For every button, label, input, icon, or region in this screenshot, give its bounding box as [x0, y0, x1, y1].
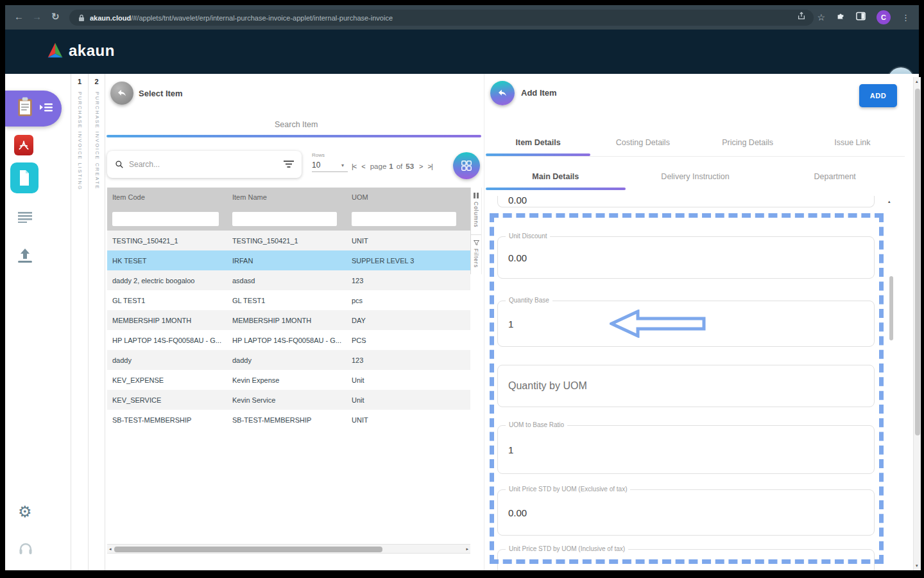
- brand-logo[interactable]: akaun: [46, 41, 115, 60]
- scroll-right-icon[interactable]: ▸: [466, 547, 468, 552]
- page-vertical-scrollbar[interactable]: ▴ ▾: [913, 77, 921, 570]
- sidebar-item-support[interactable]: [18, 541, 33, 556]
- field-uom-to-base-ratio[interactable]: UOM to Base Ratio 1: [497, 425, 875, 474]
- cell-item-name: IRFAN: [232, 257, 352, 265]
- tab[interactable]: Issue Link: [800, 132, 905, 156]
- filter-item-code-input[interactable]: [112, 212, 219, 226]
- add-button[interactable]: ADD: [859, 84, 897, 107]
- browser-back-icon[interactable]: ←: [14, 11, 24, 22]
- cell-item-code: daddy: [107, 356, 232, 364]
- scrollbar-thumb[interactable]: [114, 547, 382, 552]
- subtab[interactable]: Delivery Instruction: [626, 166, 766, 190]
- field-quantity-by-uom[interactable]: Quantity by UOM: [497, 365, 875, 407]
- table-row[interactable]: daddy daddy 123: [107, 350, 470, 370]
- table-row[interactable]: SB-TEST-MEMBERSHIP SB-TEST-MEMBERSHIP UN…: [107, 410, 470, 430]
- scrollbar-thumb[interactable]: [889, 276, 893, 340]
- filter-item-name-input[interactable]: [232, 212, 337, 226]
- field-clipped-top[interactable]: 0.00: [497, 196, 875, 207]
- field-unit-price-std-inclusive[interactable]: Unit Price STD by UOM (Inclusive of tax): [497, 549, 875, 570]
- table-header: Item Code Item Name UOM: [107, 188, 470, 207]
- browser-menu-icon[interactable]: ⋮: [902, 13, 910, 22]
- filter-uom-input[interactable]: [352, 212, 456, 226]
- upload-icon: [18, 249, 32, 263]
- table-row[interactable]: GL TEST1 GL TEST1 pcs: [107, 290, 470, 310]
- rows-per-page-select[interactable]: Rows 10 ▾: [312, 152, 348, 172]
- extensions-puzzle-icon[interactable]: [836, 12, 845, 23]
- scroll-up-icon[interactable]: ▴: [916, 79, 918, 84]
- browser-chrome: ← → ↻ akaun.cloud/#/applets/tnt/wavelet/…: [5, 5, 919, 30]
- add-item-back-button[interactable]: [490, 81, 515, 105]
- main-details-form: 0.00 Unit Discount 0.00 Quantity Base 1 …: [486, 196, 893, 570]
- page-word: page: [370, 162, 387, 170]
- select-item-back-button[interactable]: [110, 82, 133, 105]
- grid-view-button[interactable]: [453, 152, 480, 179]
- add-item-title: Add Item: [521, 88, 557, 98]
- cell-item-code: GL TEST1: [107, 297, 232, 304]
- col-item-name[interactable]: Item Name: [232, 193, 352, 201]
- sidebar-item-upload[interactable]: [18, 249, 32, 263]
- subtab[interactable]: Department: [765, 166, 905, 190]
- search-box: [107, 151, 302, 178]
- side-panel-icon[interactable]: [856, 12, 866, 23]
- col-item-code[interactable]: Item Code: [107, 193, 232, 201]
- cell-item-code: SB-TEST-MEMBERSHIP: [107, 416, 232, 424]
- table-side-tools: Columns Filters: [470, 188, 482, 274]
- tab[interactable]: Costing Details: [590, 132, 695, 156]
- sidebar-item-list[interactable]: [18, 212, 32, 223]
- browser-refresh-icon[interactable]: ↻: [51, 11, 60, 22]
- scroll-up-icon[interactable]: ▴: [888, 199, 891, 204]
- table-row[interactable]: MEMBERSHIP 1MONTH MEMBERSHIP 1MONTH DAY: [107, 310, 470, 330]
- search-input[interactable]: [129, 160, 284, 169]
- filter-lines-icon[interactable]: [284, 161, 294, 168]
- share-icon[interactable]: [797, 12, 806, 23]
- sidebar-item-active-applet[interactable]: [5, 91, 62, 127]
- workspace-tab-purchase-invoice-create[interactable]: 2 PURCHASE INVOICE CREATE: [88, 74, 105, 570]
- tab[interactable]: Pricing Details: [696, 132, 800, 156]
- panel-divider: [484, 74, 484, 570]
- sidebar-item-document[interactable]: [10, 162, 38, 193]
- bookmark-star-icon[interactable]: ☆: [817, 12, 825, 22]
- table-row[interactable]: daddy 2, electric boogaloo asdasd 123: [107, 270, 470, 290]
- sidebar-item-pdf[interactable]: [14, 135, 33, 155]
- search-icon: [115, 160, 124, 169]
- scroll-left-icon[interactable]: ◂: [109, 547, 112, 552]
- first-page-icon[interactable]: |<: [352, 162, 356, 170]
- last-page-icon[interactable]: >|: [428, 162, 432, 170]
- cell-item-code: daddy 2, electric boogaloo: [107, 277, 232, 285]
- field-unit-discount[interactable]: Unit Discount 0.00: [497, 236, 875, 279]
- tab-search-item[interactable]: Search Item: [275, 120, 318, 129]
- filters-tool-button[interactable]: Filters: [471, 235, 481, 274]
- cell-item-name: SB-TEST-MEMBERSHIP: [232, 416, 352, 424]
- headset-icon: [18, 541, 33, 556]
- workspace-tab-purchase-invoice-listing[interactable]: 1 PURCHASE INVOICE LISTING: [71, 74, 88, 570]
- browser-profile-badge[interactable]: C: [877, 10, 891, 24]
- list-icon: [18, 212, 32, 223]
- prev-page-icon[interactable]: <: [361, 162, 364, 170]
- table-horizontal-scrollbar[interactable]: ◂ ▸: [107, 544, 470, 554]
- scroll-down-icon[interactable]: ▾: [916, 563, 918, 568]
- pagination: |< < page 1 of 53 > >|: [352, 162, 432, 170]
- table-row[interactable]: HP LAPTOP 14S-FQ0058AU - G... HP LAPTOP …: [107, 330, 470, 350]
- table-row[interactable]: KEV_SERVICE Kevin Service Unit: [107, 390, 470, 410]
- columns-icon: [474, 193, 479, 198]
- browser-forward-icon[interactable]: →: [32, 11, 42, 22]
- field-quantity-base[interactable]: Quantity Base 1: [497, 301, 875, 347]
- col-uom[interactable]: UOM: [352, 193, 470, 201]
- cell-item-code: KEV_EXPENSE: [107, 376, 232, 384]
- columns-tool-button[interactable]: Columns: [471, 188, 481, 234]
- scrollbar-thumb[interactable]: [915, 89, 920, 435]
- address-bar[interactable]: akaun.cloud/#/applets/tnt/wavelet/erp/in…: [69, 10, 814, 26]
- form-scrollbar[interactable]: ▴: [889, 196, 893, 570]
- field-unit-price-std-exclusive[interactable]: Unit Price STD by UOM (Exclusive of tax)…: [497, 489, 875, 536]
- sidebar-item-settings[interactable]: ⚙: [18, 503, 32, 521]
- browser-actions: ☆ C ⋮: [797, 10, 910, 24]
- next-page-icon[interactable]: >: [419, 162, 422, 170]
- tab[interactable]: Item Details: [486, 132, 590, 156]
- cell-uom: pcs: [352, 297, 470, 304]
- back-arrow-icon: [497, 87, 508, 99]
- item-table: Item Code Item Name UOM TESTING_150421_1…: [107, 188, 470, 430]
- table-row[interactable]: TESTING_150421_1 TESTING_150421_1 UNIT: [107, 231, 470, 250]
- table-row[interactable]: HK TESET IRFAN SUPPLER LEVEL 3: [107, 250, 470, 270]
- table-row[interactable]: KEV_EXPENSE Kevin Expense Unit: [107, 370, 470, 390]
- subtab[interactable]: Main Details: [486, 166, 626, 190]
